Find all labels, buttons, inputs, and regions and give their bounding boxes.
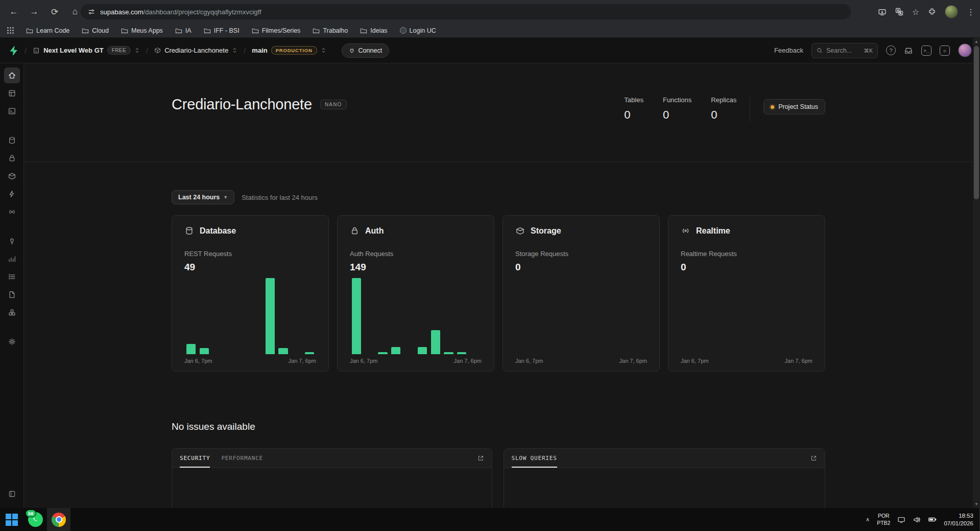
sidebar-item-advisors[interactable]	[4, 233, 20, 249]
sidebar-item-edge-functions[interactable]	[4, 186, 20, 202]
battery-icon[interactable]	[928, 515, 937, 524]
help-icon[interactable]: ?	[886, 45, 896, 55]
user-avatar-button[interactable]	[958, 43, 972, 57]
chart-bar-slot	[389, 278, 402, 354]
card-auth[interactable]: Auth Auth Requests 149 Jan 6, 7pm Jan 7,…	[337, 215, 494, 372]
terminal-icon[interactable]: >_	[921, 45, 931, 56]
bookmark-folder-ideias[interactable]: Ideias	[360, 27, 387, 34]
chart-bar-slot	[290, 278, 303, 354]
start-button[interactable]	[0, 508, 23, 531]
bookmark-folder-learn-code[interactable]: Learn Code	[26, 27, 69, 34]
archive-icon	[8, 172, 16, 180]
taskbar-whatsapp[interactable]: 56	[23, 508, 47, 531]
sidebar-item-storage[interactable]	[4, 168, 20, 184]
bookmark-login-uc[interactable]: Login UC	[400, 27, 436, 34]
time-range-dropdown[interactable]: Last 24 hours ▼	[172, 190, 234, 204]
search-input[interactable]: Search... ⌘K	[811, 43, 878, 58]
browser-menu-icon[interactable]: ⋮	[967, 7, 975, 17]
windows-logo-icon	[6, 514, 18, 526]
tab-performance[interactable]: PERFORMANCE	[221, 455, 263, 461]
taskbar-clock[interactable]: 18:53 07/01/2026	[944, 512, 973, 527]
chevron-sort-icon[interactable]	[232, 48, 237, 53]
back-button[interactable]: ←	[6, 4, 21, 19]
volume-icon[interactable]	[913, 516, 921, 524]
chart-bar	[186, 344, 196, 354]
project-status-button[interactable]: Project Status	[763, 99, 825, 114]
favicon-icon	[400, 27, 407, 34]
bookmark-label: IFF - BSI	[214, 27, 240, 34]
chevron-sort-icon[interactable]	[321, 48, 326, 53]
chart-bar-slot	[747, 278, 760, 354]
bookmark-folder-filmes-series[interactable]: Filmes/Series	[252, 27, 301, 34]
stat-tables: Tables 0	[624, 96, 643, 122]
database-icon	[184, 226, 194, 236]
sidebar-item-reports[interactable]	[4, 251, 20, 267]
address-bar[interactable]: supabase.com/dashboard/project/cgyqqhafl…	[81, 4, 851, 19]
org-breadcrumb[interactable]: Next Level Web GT FREE	[33, 46, 140, 55]
browser-nav: ← → ⟳ ⌂	[0, 4, 83, 19]
send-to-device-icon[interactable]	[878, 8, 887, 16]
scroll-up-icon[interactable]: ▲	[973, 39, 980, 44]
bookmark-folder-meus-apps[interactable]: Meus Apps	[121, 27, 163, 34]
list-icon	[8, 272, 16, 281]
sidebar-expand-button[interactable]	[4, 486, 20, 502]
sidebar-item-table-editor[interactable]	[4, 85, 20, 101]
sidebar-item-settings[interactable]	[4, 334, 20, 350]
metric-label: Realtime Requests	[681, 250, 812, 258]
sidebar-item-auth[interactable]	[4, 150, 20, 166]
tab-security[interactable]: SECURITY	[180, 455, 210, 461]
translate-icon[interactable]	[895, 8, 903, 16]
tab-slow-queries[interactable]: SLOW QUERIES	[512, 455, 557, 461]
chart-bar-slot	[529, 278, 542, 354]
chart-bar-slot	[581, 278, 594, 354]
scroll-down-icon[interactable]: ▼	[973, 502, 980, 506]
bookmark-folder-trabalho[interactable]: Trabalho	[313, 27, 348, 34]
tray-expand-icon[interactable]: ∧	[866, 516, 870, 523]
card-storage[interactable]: Storage Storage Requests 0 Jan 6, 7pm Ja…	[503, 215, 660, 372]
supabase-logo-icon[interactable]	[8, 45, 18, 56]
forward-button[interactable]: →	[27, 4, 42, 19]
bookmark-star-icon[interactable]: ☆	[912, 7, 919, 17]
chart-bar-slot	[264, 278, 277, 354]
sidebar-item-integrations[interactable]	[4, 305, 20, 320]
page-scrollbar[interactable]: ▲ ▼	[973, 38, 980, 508]
sidebar-item-realtime[interactable]	[4, 204, 20, 220]
bookmark-folder-ia[interactable]: IA	[175, 27, 192, 34]
org-plan-badge: FREE	[107, 46, 131, 55]
folder-icon	[26, 27, 33, 34]
site-info-icon[interactable]	[88, 8, 95, 15]
display-icon[interactable]	[897, 516, 905, 524]
chevron-sort-icon[interactable]	[134, 48, 140, 53]
auth-requests-chart	[350, 278, 482, 354]
sidebar-item-logs[interactable]	[4, 269, 20, 285]
language-indicator[interactable]: POR PTB2	[877, 513, 890, 526]
plug-icon	[349, 48, 355, 54]
reload-button[interactable]: ⟳	[47, 4, 62, 19]
project-breadcrumb[interactable]: Crediario-Lanchonete	[154, 47, 237, 54]
scrollbar-thumb[interactable]	[974, 46, 979, 199]
sidebar-item-home[interactable]	[4, 67, 20, 83]
feedback-button[interactable]: Feedback	[774, 47, 803, 54]
browser-profile-avatar[interactable]	[945, 5, 958, 18]
external-link-icon[interactable]	[810, 455, 817, 461]
extensions-icon[interactable]	[928, 8, 936, 16]
branch-breadcrumb[interactable]: main PRODUCTION	[252, 46, 326, 55]
chart-bar-slot	[198, 278, 211, 354]
chart-bar-slot	[455, 278, 468, 354]
apps-grid-icon[interactable]	[7, 27, 14, 34]
sidebar-item-database[interactable]	[4, 132, 20, 148]
connect-button[interactable]: Connect	[342, 43, 390, 58]
taskbar-chrome[interactable]	[47, 508, 70, 531]
card-database[interactable]: Database REST Requests 49 Jan 6, 7pm Jan…	[172, 215, 329, 372]
bookmark-folder-cloud[interactable]: Cloud	[82, 27, 109, 34]
assistant-icon[interactable]: ◇	[940, 45, 950, 56]
sidebar-item-sql-editor[interactable]	[4, 103, 20, 119]
card-realtime[interactable]: Realtime Realtime Requests 0 Jan 6, 7pm …	[668, 215, 825, 372]
sidebar-item-api-docs[interactable]	[4, 287, 20, 303]
language-code: POR	[877, 513, 890, 519]
external-link-icon[interactable]	[477, 455, 484, 461]
bookmark-folder-iff-bsi[interactable]: IFF - BSI	[204, 27, 240, 34]
folder-icon	[121, 27, 128, 34]
bookmark-label: Cloud	[92, 27, 109, 34]
inbox-icon[interactable]	[904, 46, 913, 55]
